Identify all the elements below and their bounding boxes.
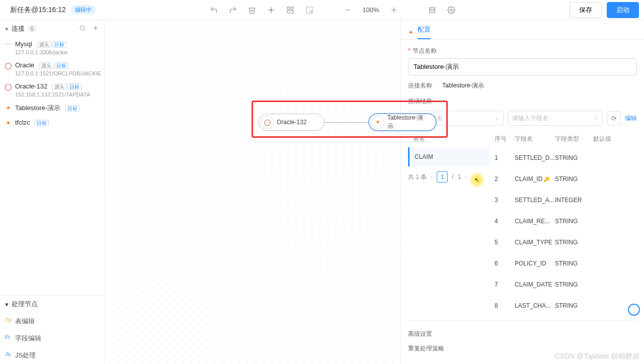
connection-item[interactable]: ✦ Tablestore-演示 目标	[0, 101, 104, 116]
conn-name-value: Tablestore-演示	[442, 81, 484, 90]
field-row[interactable]: 1SETTLED_D...STRING	[495, 147, 637, 168]
svg-line-13	[84, 29, 86, 31]
node-name-label: 节点名称	[408, 47, 637, 55]
top-toolbar: 新任务@15:16:12 编辑中 100% 保存 启动	[0, 0, 644, 20]
field-row[interactable]: 6POLICY_IDSTRING	[495, 253, 637, 274]
proc-node-item[interactable]: Tp表编辑	[0, 313, 104, 330]
field-row[interactable]: 4CLAIM_RE...STRING	[495, 211, 637, 232]
config-panel: ✦ 配置 节点名称 连接名称 Tablestore-演示 推演结果 请输入表名 …	[400, 20, 644, 364]
flow-canvas[interactable]: ◯ Oracle-132 ✦ Tablestore-演示	[105, 20, 400, 364]
watermark: CSDN @Tapdata 钛铂数据	[554, 352, 639, 361]
tag: 目标	[65, 105, 79, 112]
pager-current[interactable]: 1	[437, 171, 448, 183]
key-icon: 🔑	[543, 176, 549, 182]
svg-rect-1	[287, 7, 290, 10]
tablestore-icon: ✦	[4, 119, 12, 127]
pager-next-icon[interactable]: ›	[465, 173, 467, 180]
undo-icon[interactable]	[209, 5, 219, 15]
connection-name: Oracle	[15, 61, 34, 69]
tag: 目标	[52, 41, 66, 48]
field-row[interactable]: 7CLAIM_DATESTRING	[495, 274, 637, 295]
start-button[interactable]: 启动	[607, 2, 639, 18]
field-row[interactable]: 8LAST_CHA...STRING	[495, 295, 637, 316]
proc-abbr-icon: Fr	[5, 334, 10, 340]
conn-name-label: 连接名称	[408, 81, 438, 90]
connection-count-badge: 5	[28, 26, 37, 32]
list-icon[interactable]	[427, 5, 437, 15]
tag: 源头	[37, 41, 51, 48]
svg-point-12	[80, 26, 84, 30]
node-name-input[interactable]	[408, 58, 637, 75]
flow-node-target[interactable]: ✦ Tablestore-演示	[369, 114, 436, 131]
connections-section-title: 连接	[12, 24, 25, 33]
tag: 目标	[54, 62, 68, 69]
node-label: Tablestore-演示	[387, 114, 429, 131]
save-button[interactable]: 保存	[570, 2, 602, 18]
connection-name: tfclzc	[15, 119, 30, 126]
connection-item[interactable]: 〰 Mysql 源头目标 127.0.0.1:3306/jackie	[0, 37, 104, 58]
advanced-settings-label[interactable]: 高级设置	[408, 327, 637, 341]
oracle-icon: ◯	[4, 61, 12, 69]
tab-config[interactable]: 配置	[418, 25, 431, 39]
connection-addr: 127.0.0.1:3306/jackie	[15, 49, 99, 55]
left-sidebar: ▾ 连接 5 〰 Mysql 源头目标 127.0.0.1:3306/jacki…	[0, 20, 105, 364]
connection-name: Oracle-132	[15, 82, 47, 90]
svg-rect-2	[291, 7, 293, 10]
mysql-icon: 〰	[4, 40, 12, 48]
task-title: 新任务@15:16:12	[10, 6, 66, 15]
table-row[interactable]: CLAIM	[408, 147, 491, 166]
select-icon[interactable]	[304, 5, 314, 15]
search-icon: ⌕	[595, 115, 598, 122]
proc-section-title: 处理节点	[12, 300, 38, 309]
proc-node-item[interactable]: JsJS处理	[0, 347, 104, 364]
search-icon[interactable]	[79, 25, 86, 33]
connection-item[interactable]: ◯ Oracle 源头目标 127.0.0.1:1521/ORCLPDB/JAC…	[0, 58, 104, 79]
field-row[interactable]: 5CLAIM_TYPESTRING	[495, 232, 637, 253]
proc-abbr-icon: Tp	[5, 317, 12, 323]
node-label: Oracle-132	[277, 119, 306, 126]
connection-name: Mysql	[15, 40, 32, 48]
zoom-in-icon[interactable]	[389, 5, 399, 15]
svg-rect-8	[430, 7, 435, 13]
zoom-out-icon[interactable]	[343, 5, 353, 15]
tablestore-icon: ✦	[408, 29, 414, 36]
col-default: 默认值	[593, 135, 637, 143]
search-field-input[interactable]: 请输入字段名 ⌕	[508, 111, 603, 126]
edit-status-badge: 编辑中	[71, 5, 96, 15]
settings-icon[interactable]	[446, 5, 456, 15]
chat-help-icon[interactable]	[628, 304, 640, 316]
center-icon[interactable]	[266, 5, 276, 15]
connection-addr: 127.0.0.1:1521/ORCLPDB/JACKIE	[15, 70, 99, 76]
add-icon[interactable]	[92, 25, 99, 33]
connection-addr: 192.168.1.132:1521/TAPDATA	[15, 92, 99, 98]
connection-item[interactable]: ✦ tfclzc 目标	[0, 116, 104, 130]
zoom-level: 100%	[362, 6, 380, 14]
connection-item[interactable]: ◯ Oracle-132 源头目标 192.168.1.132:1521/TAP…	[0, 79, 104, 101]
pager-total-pages: 1	[458, 173, 461, 180]
chevron-down-icon[interactable]: ▾	[5, 25, 9, 33]
col-idx: 序号	[495, 135, 515, 143]
cursor-highlight: ↖	[470, 173, 484, 187]
flow-node-source[interactable]: ◯ Oracle-132	[258, 114, 325, 131]
delete-icon[interactable]	[247, 5, 257, 15]
proc-node-item[interactable]: Fr字段编辑	[0, 330, 104, 347]
tag: 目标	[67, 83, 82, 90]
flow-edge[interactable]	[325, 122, 369, 123]
field-row[interactable]: 2CLAIM_ID🔑STRING	[495, 168, 637, 190]
layout-icon[interactable]	[285, 5, 295, 15]
oracle-icon: ◯	[4, 82, 12, 90]
field-row[interactable]: 3SETTLED_A...INTEGER	[495, 190, 637, 211]
edit-link[interactable]: 编辑	[625, 114, 637, 123]
pager-prev-icon[interactable]: ‹	[431, 173, 433, 180]
tablestore-icon: ✦	[4, 104, 12, 112]
svg-rect-3	[287, 11, 293, 13]
tag: 目标	[35, 120, 49, 126]
redo-icon[interactable]	[228, 5, 238, 15]
chevron-down-icon[interactable]: ▾	[5, 301, 9, 308]
search-icon: ⌕	[496, 115, 499, 122]
col-type: 字段类型	[555, 135, 593, 143]
tag: 源头	[52, 83, 66, 90]
refresh-icon[interactable]: ⟳	[607, 111, 621, 125]
pager-total: 共 1 条	[408, 173, 427, 181]
connection-name: Tablestore-演示	[15, 104, 60, 113]
